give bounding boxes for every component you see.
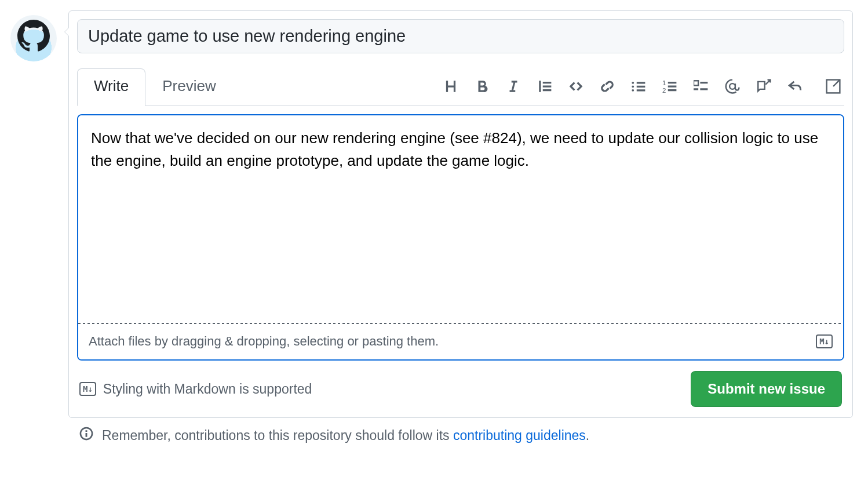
task-list-icon[interactable] <box>694 79 709 94</box>
body-textarea[interactable] <box>78 115 843 324</box>
tab-write[interactable]: Write <box>77 68 145 106</box>
markdown-icon: M↓ <box>79 382 96 396</box>
mention-icon[interactable] <box>725 79 740 94</box>
heading-icon[interactable] <box>443 79 458 94</box>
octocat-icon <box>10 15 57 61</box>
tab-preview[interactable]: Preview <box>145 68 232 106</box>
submit-button[interactable]: Submit new issue <box>691 371 842 407</box>
avatar <box>10 15 57 61</box>
ordered-list-icon[interactable]: 12 <box>662 79 677 94</box>
attach-bar[interactable]: Attach files by dragging & dropping, sel… <box>78 326 843 359</box>
contributing-note: Remember, contributions to this reposito… <box>79 426 858 445</box>
body-wrapper: Attach files by dragging & dropping, sel… <box>77 114 844 361</box>
cross-reference-icon[interactable] <box>756 79 771 94</box>
contributing-link[interactable]: contributing guidelines <box>453 428 586 443</box>
markdown-support-text: Styling with Markdown is supported <box>103 381 312 397</box>
tab-bar: Write Preview 12 <box>77 68 844 106</box>
diff-icon[interactable] <box>826 79 841 94</box>
contrib-prefix: Remember, contributions to this reposito… <box>102 428 453 443</box>
reply-icon[interactable] <box>787 79 803 94</box>
unordered-list-icon[interactable] <box>631 79 646 94</box>
attach-hint: Attach files by dragging & dropping, sel… <box>89 334 439 349</box>
comment-box: Write Preview 12 Attac <box>68 10 853 418</box>
contrib-suffix: . <box>586 428 589 443</box>
svg-rect-2 <box>694 81 698 85</box>
bold-icon[interactable] <box>475 79 490 94</box>
formatting-toolbar: 12 <box>443 74 844 100</box>
svg-text:1: 1 <box>662 79 666 86</box>
title-input[interactable] <box>77 19 844 53</box>
link-icon[interactable] <box>600 79 615 94</box>
markdown-icon[interactable]: M↓ <box>816 334 833 348</box>
code-icon[interactable] <box>568 79 583 94</box>
quote-icon[interactable] <box>537 79 552 94</box>
svg-text:2: 2 <box>662 87 666 94</box>
italic-icon[interactable] <box>506 79 521 94</box>
info-icon <box>79 426 94 445</box>
